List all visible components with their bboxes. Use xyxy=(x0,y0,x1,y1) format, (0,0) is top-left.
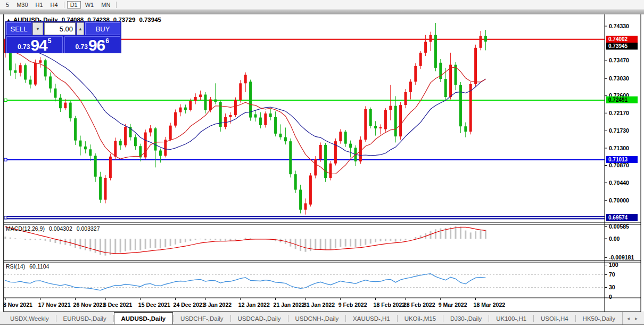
svg-text:0.00: 0.00 xyxy=(609,235,620,242)
svg-text:18 Mar 2022: 18 Mar 2022 xyxy=(474,302,506,308)
svg-text:8 Nov 2021: 8 Nov 2021 xyxy=(3,302,32,308)
tab-usdcad-daily[interactable]: USDCAD-,Daily xyxy=(230,312,287,324)
toolbar-shadow-band xyxy=(0,9,644,14)
one-click-trade-panel: SELL ▼ ▲ BUY 0.73 94 5 0.73 96 6 xyxy=(5,21,121,53)
tab-scroll-right-icon[interactable]: ▸ xyxy=(635,315,638,321)
svg-text:0.00585: 0.00585 xyxy=(609,223,629,230)
rsi-value: 60.1104 xyxy=(29,263,49,270)
svg-text:17 Nov 2021: 17 Nov 2021 xyxy=(38,302,71,308)
buy-price-pip: 6 xyxy=(105,37,109,45)
macd-label: MACD(12,26,9) 0.004302 0.003327 xyxy=(6,225,100,232)
timeframe-h4[interactable]: H4 xyxy=(47,1,61,9)
svg-text:0.70000: 0.70000 xyxy=(609,197,629,204)
buy-price-main: 96 xyxy=(88,38,105,52)
volume-increase-button[interactable]: ▲ xyxy=(77,22,84,35)
current-price-badge: 0.73945 xyxy=(606,43,638,50)
timeframe-toolbar: 5M30H1H4D1W1MN xyxy=(0,0,644,14)
tab-usoil-h4[interactable]: USOil-,H4 xyxy=(534,312,575,324)
sell-price-prefix: 0.73 xyxy=(18,43,30,51)
svg-text:9 Mar 2022: 9 Mar 2022 xyxy=(439,302,467,308)
svg-text:0.73470: 0.73470 xyxy=(609,57,629,63)
rsi-name: RSI(14) xyxy=(6,263,25,270)
svg-text:-0.009181: -0.009181 xyxy=(609,254,634,261)
toolbar-separator xyxy=(116,2,117,8)
sell-price-pip: 5 xyxy=(48,37,52,45)
chart-tab-bar: USDX,WeeklyEURUSD-,DailyAUDUSD-,DailyUSD… xyxy=(0,312,644,325)
tab-xauusd-h1[interactable]: XAUUSD-,H1 xyxy=(346,312,397,324)
svg-text:31 Jan 2022: 31 Jan 2022 xyxy=(303,302,335,308)
tab-audusd-daily[interactable]: AUDUSD-,Daily xyxy=(114,312,174,324)
svg-text:0.71300: 0.71300 xyxy=(609,145,629,151)
svg-text:3 Jan 2022: 3 Jan 2022 xyxy=(203,302,232,308)
svg-text:15 Dec 2021: 15 Dec 2021 xyxy=(138,302,170,308)
timeframe-row: 5M30H1H4D1W1MN xyxy=(0,0,644,9)
svg-text:0.70440: 0.70440 xyxy=(609,180,629,186)
tab-hk50-daily[interactable]: HK50-,Daily xyxy=(576,312,622,324)
svg-text:26 Nov 2021: 26 Nov 2021 xyxy=(73,302,106,308)
svg-text:24 Dec 2021: 24 Dec 2021 xyxy=(174,302,205,308)
sell-price-display[interactable]: 0.73 94 5 xyxy=(6,36,63,53)
mt4-window: 0.743300.734700.730300.726000.721700.717… xyxy=(0,0,644,325)
timeframe-w1[interactable]: W1 xyxy=(82,1,97,9)
timeframe-h1[interactable]: H1 xyxy=(32,1,46,9)
sell-button[interactable]: SELL xyxy=(6,22,31,35)
moving-averages xyxy=(5,37,485,174)
tab-usdx-weekly[interactable]: USDX,Weekly xyxy=(3,312,56,324)
timeframe-mn[interactable]: MN xyxy=(98,1,113,9)
timeframe-d1[interactable]: D1 xyxy=(67,1,81,9)
axis-labels: 0.743300.734700.730300.726000.721700.717… xyxy=(3,23,634,308)
svg-text:30: 30 xyxy=(609,284,615,290)
buy-price-prefix: 0.73 xyxy=(76,43,88,51)
svg-text:0: 0 xyxy=(609,294,612,300)
svg-text:12 Jan 2022: 12 Jan 2022 xyxy=(238,302,270,308)
price-line-badge-0.72491: 0.72491 xyxy=(606,96,638,103)
tab-dj30-daily[interactable]: DJ30-,Daily xyxy=(443,312,489,324)
chart-frame xyxy=(4,14,641,312)
tab-ukoil-m15[interactable]: UKOil-,M15 xyxy=(398,312,443,324)
svg-text:0.71730: 0.71730 xyxy=(609,127,629,134)
rsi-panel-graphics xyxy=(4,274,604,290)
tab-usdcnh-daily[interactable]: USDCNH-,Daily xyxy=(288,312,345,324)
svg-text:0.72170: 0.72170 xyxy=(609,110,629,116)
tab-scroll-left-icon[interactable]: ◂ xyxy=(627,315,630,321)
toolbar-separator xyxy=(64,2,64,8)
svg-text:100: 100 xyxy=(609,262,618,268)
svg-text:0.74330: 0.74330 xyxy=(609,23,629,29)
price-line-badge-0.74002: 0.74002 xyxy=(606,36,638,43)
svg-text:70: 70 xyxy=(609,271,615,278)
volume-decrease-button[interactable]: ▼ xyxy=(32,22,43,35)
price-line-badge-0.69574: 0.69574 xyxy=(606,214,638,221)
svg-text:9 Feb 2022: 9 Feb 2022 xyxy=(338,302,367,308)
timeframe-m30[interactable]: M30 xyxy=(13,1,31,9)
ohlc-close: 0.73945 xyxy=(139,17,161,23)
buy-price-display[interactable]: 0.73 96 6 xyxy=(64,36,121,53)
tab-scroll-arrows: ◂▸ xyxy=(622,312,644,324)
svg-text:18 Feb 2022: 18 Feb 2022 xyxy=(374,302,406,308)
svg-text:0.73030: 0.73030 xyxy=(609,75,629,82)
volume-input[interactable] xyxy=(44,22,76,35)
svg-text:21 Jan 2022: 21 Jan 2022 xyxy=(274,302,305,308)
tab-eurusd-daily[interactable]: EURUSD-,Daily xyxy=(56,312,113,324)
macd-name: MACD(12,26,9) xyxy=(6,225,45,232)
price-line-badge-0.71013: 0.71013 xyxy=(606,156,638,163)
macd-main-value: 0.004302 xyxy=(49,225,72,232)
tab-uk100-h1[interactable]: UK100-,H1 xyxy=(489,312,533,324)
svg-text:28 Feb 2022: 28 Feb 2022 xyxy=(403,302,435,308)
tab-usdchf-daily[interactable]: USDCHF-,Daily xyxy=(174,312,230,324)
buy-button[interactable]: BUY xyxy=(85,22,120,35)
macd-signal-value: 0.003327 xyxy=(77,225,100,232)
sell-price-main: 94 xyxy=(30,38,47,52)
svg-text:6 Dec 2021: 6 Dec 2021 xyxy=(103,302,132,308)
rsi-label: RSI(14) 60.1104 xyxy=(6,263,49,270)
timeframe-5[interactable]: 5 xyxy=(3,1,12,9)
